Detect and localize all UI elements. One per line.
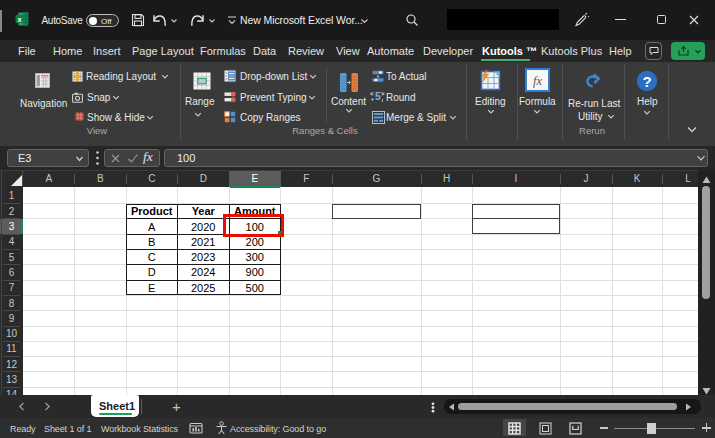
svg-text:5: 5 [375, 90, 381, 102]
svg-text:fx: fx [533, 74, 542, 88]
svg-text:?: ? [642, 73, 651, 90]
